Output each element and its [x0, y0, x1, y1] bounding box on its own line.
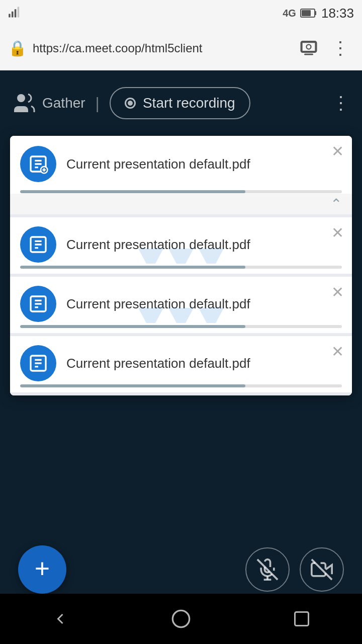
mute-button[interactable] [245, 547, 290, 592]
users-icon [12, 91, 36, 115]
chevron-up-icon[interactable]: ⌃ [330, 196, 342, 212]
top-toolbar: Gather | Start recording ⋮ [0, 70, 362, 136]
record-dot-icon [125, 98, 136, 109]
secure-icon: 🔒 [8, 39, 27, 57]
control-buttons [245, 547, 344, 592]
add-button[interactable]: + [18, 545, 66, 594]
file-item-3: Current presentation default.pdf ✕ [10, 336, 352, 392]
status-bar: 4G 18:33 [0, 0, 362, 26]
browser-bar: 🔒 https://ca.meet.coop/html5client ⋮ [0, 26, 362, 70]
svg-rect-8 [304, 53, 313, 55]
file-item-0: Current presentation default.pdf ✕ [10, 136, 352, 194]
close-button-1[interactable]: ✕ [331, 225, 344, 240]
start-recording-button[interactable]: Start recording [110, 87, 250, 119]
watermark-2 [138, 308, 224, 328]
plus-icon: + [35, 555, 50, 582]
collapse-row[interactable]: ⌃ [10, 194, 352, 214]
svg-rect-3 [18, 7, 20, 18]
progress-bar-0 [20, 190, 342, 193]
gather-section: Gather [12, 91, 85, 115]
svg-point-11 [17, 94, 25, 102]
browser-url: https://ca.meet.coop/html5client [33, 41, 290, 55]
svg-rect-36 [295, 612, 309, 626]
toolbar-divider: | [96, 94, 100, 113]
more-options-icon[interactable]: ⋮ [328, 35, 354, 61]
close-button-2[interactable]: ✕ [331, 285, 344, 300]
video-off-icon [311, 558, 333, 581]
gather-label: Gather [42, 95, 85, 111]
main-panel: Current presentation default.pdf ✕ ⌃ [10, 136, 352, 395]
svg-point-10 [307, 44, 311, 49]
bottom-controls: + [0, 545, 362, 594]
file-icon-1 [20, 226, 56, 263]
home-button[interactable] [166, 604, 196, 634]
recent-button[interactable] [287, 604, 317, 634]
svg-rect-9 [302, 42, 316, 51]
file-icon-2 [20, 286, 56, 322]
svg-rect-1 [12, 12, 14, 18]
app-area: Gather | Start recording ⋮ [0, 70, 362, 644]
svg-rect-6 [302, 10, 311, 16]
toolbar-more-button[interactable]: ⋮ [332, 93, 350, 114]
file-icon-0 [20, 146, 56, 182]
video-off-button[interactable] [300, 547, 344, 592]
signal-label: 4G [283, 8, 296, 19]
record-label: Start recording [143, 95, 235, 111]
file-name-3: Current presentation default.pdf [66, 356, 327, 371]
svg-rect-7 [301, 41, 316, 52]
progress-bar-3 [20, 384, 342, 387]
svg-rect-5 [315, 11, 316, 15]
mic-off-icon [256, 558, 279, 581]
file-icon-3 [20, 345, 56, 381]
svg-rect-0 [9, 14, 11, 18]
file-item-2: Current presentation default.pdf ✕ [10, 277, 352, 333]
status-time: 18:33 [321, 6, 354, 21]
back-button[interactable] [45, 604, 75, 634]
file-item-1: Current presentation default.pdf ✕ [10, 217, 352, 274]
status-signal [8, 5, 22, 21]
cast-icon[interactable] [296, 35, 322, 61]
svg-point-35 [172, 610, 189, 627]
close-button-3[interactable]: ✕ [331, 344, 344, 359]
items-list: Current presentation default.pdf ✕ [10, 214, 352, 395]
svg-rect-2 [15, 9, 17, 17]
nav-bar [0, 594, 362, 644]
watermark-1 [138, 249, 224, 269]
file-name-0: Current presentation default.pdf [66, 156, 342, 172]
close-button-0[interactable]: ✕ [331, 144, 344, 159]
battery-icon [300, 8, 317, 18]
